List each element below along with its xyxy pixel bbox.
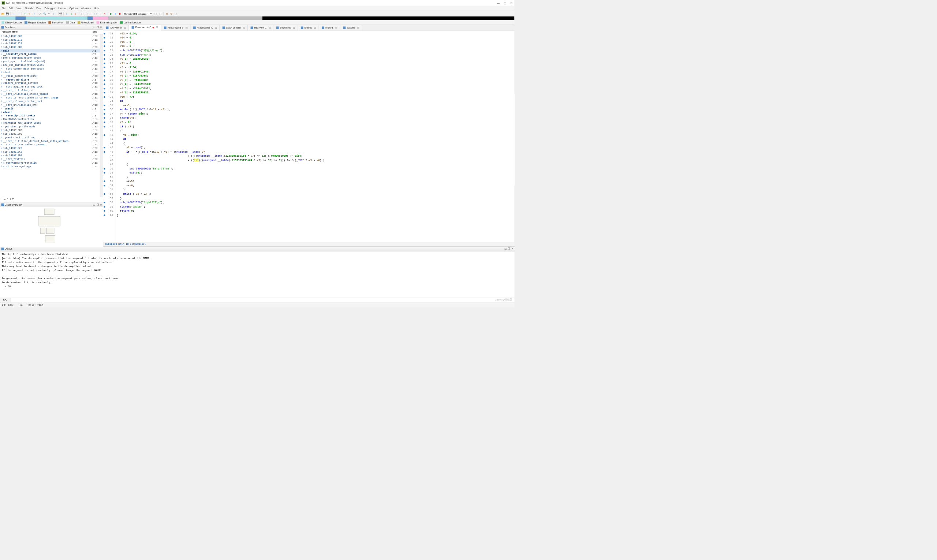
combo-icon[interactable]: A▾ [58,12,62,15]
graph-overview[interactable] [0,207,103,246]
tab-exports[interactable]: Exports⊠ [340,25,362,31]
function-row[interactable]: f__scrt_release_startup_lock.tex [0,100,103,103]
code-body[interactable]: v12 = 0i64; v14 = 0; v15 = 0; v16 = 0; s… [115,31,514,242]
function-row[interactable]: f__scrt_is_user_matherr_present.tex [0,143,103,146]
menu-jump[interactable]: Jump [16,7,22,10]
run-icon[interactable]: ▶ [109,12,113,15]
function-row[interactable]: fsub_140001020.tex [0,42,103,45]
panel-restore-icon[interactable]: ❐ [97,26,99,29]
close-button[interactable]: ✕ [510,2,513,5]
tab-pseudocode-b[interactable]: Pseudocode-B⊠ [161,25,190,31]
panel-close-icon[interactable]: ✕ [511,248,513,250]
panel-restore-icon[interactable]: ❐ [97,203,99,206]
function-row[interactable]: f__raise_securityfailure.tex [0,74,103,78]
function-row[interactable]: fcapture_previous_context.tex [0,81,103,85]
maximize-button[interactable]: ▢ [504,2,506,5]
debugger-combo[interactable]: Remote GDB debugger▾ [123,12,152,15]
tab-stack-of-main[interactable]: Stack of main⊠ [220,25,248,31]
tool-icon[interactable]: ⬚ [158,12,162,15]
binary-icon[interactable]: 01 [48,12,51,15]
line-gutter[interactable]: 1819202122232425262728293031323334353637… [103,31,115,242]
search-icon[interactable]: 🔍 [43,12,46,15]
menu-search[interactable]: Search [25,7,33,10]
tool-icon[interactable]: ⬚ [174,12,177,15]
text-icon[interactable]: A [39,12,42,15]
cancel-icon[interactable]: ✕ [103,12,106,15]
function-row[interactable]: fsub_140001000.tex [0,34,103,38]
idc-tab[interactable]: IDC [0,298,11,303]
function-row[interactable]: f__scrt_is_nonwritable_in_current_image.… [0,96,103,100]
menu-file[interactable]: File [2,7,6,10]
function-row[interactable]: fsub_1400019C0.tex [0,146,103,150]
function-row[interactable]: f__scrt_fastfail.tex [0,157,103,161]
function-row[interactable]: f__scrt_initialize_crt.tex [0,89,103,92]
panel-float-icon[interactable]: ▭ [93,203,95,206]
col-seg[interactable]: Seg [91,30,103,34]
scrollbar[interactable] [100,34,103,197]
save-icon[interactable]: 💾 [6,12,9,15]
minimize-button[interactable]: — [497,2,500,5]
panel-close-icon[interactable]: ✕ [100,26,102,29]
tool-icon[interactable]: ⚙ [165,12,168,15]
function-row[interactable]: f__scrt_common_main_seh(void).tex [0,67,103,71]
function-row[interactable]: fj_UserMathErrorFunction.tex [0,161,103,165]
menu-debugger[interactable]: Debugger [44,7,55,10]
tab-ida-view-a[interactable]: IDA View-A⊠ [103,25,129,31]
function-row[interactable]: fatexit.te [0,110,103,114]
tab-pseudocode-a[interactable]: Pseudocode-A⊠ [190,25,220,31]
menu-windows[interactable]: Windows [81,7,91,10]
function-row[interactable]: fcharNode::raw_length(void).tex [0,121,103,125]
panel-restore-icon[interactable]: ❐ [508,248,510,250]
tool-icon[interactable]: ⬚ [98,12,102,15]
tool-icon[interactable]: ⎆ [28,12,31,15]
tool-icon[interactable]: ⬚ [154,12,157,15]
function-row[interactable]: f_get_startup_file_mode.tex [0,125,103,128]
function-row[interactable]: f__scrt_initialize_onexit_tables.tex [0,92,103,96]
function-row[interactable]: f_onexit.te [0,107,103,111]
tool-icon[interactable]: ⬚ [32,12,35,15]
col-name[interactable]: Function name [0,30,91,34]
function-row[interactable]: f__security_init_cookie.te [0,114,103,117]
function-row[interactable]: f__scrt_uninitialize_crt.tex [0,103,103,107]
tool-icon[interactable]: ⬚ [85,12,89,15]
function-row[interactable]: fscrt is managed app.tex [0,165,103,168]
function-row[interactable]: f__report_gsfailure.te [0,78,103,81]
menu-edit[interactable]: Edit [9,7,13,10]
tab-pseudocode-c[interactable]: Pseudocode-C⊠ [129,25,161,31]
code-view[interactable]: 1819202122232425262728293031323334353637… [103,31,514,242]
tab-hex-view-1[interactable]: Hex View-1⊠ [248,25,274,31]
function-row[interactable]: fsub_1400019D0.tex [0,154,103,157]
menu-options[interactable]: Options [69,7,78,10]
panel-float-icon[interactable]: ▭ [505,248,506,250]
function-row[interactable]: fpre_c_initialization(void).tex [0,56,103,60]
back-icon[interactable]: ← [12,12,15,15]
menu-view[interactable]: View [36,7,41,10]
tool-icon[interactable]: ⎆ [23,12,27,15]
nav-band[interactable] [0,17,514,20]
tab-structures[interactable]: Structures⊠ [274,25,298,31]
forward-icon[interactable]: → [17,12,20,15]
dot-green-icon[interactable]: ● [70,12,73,15]
tool-icon[interactable]: ⬚ [94,12,97,15]
menu-lumina[interactable]: Lumina [58,7,66,10]
function-row[interactable]: fmain.te [0,49,103,52]
function-row[interactable]: fsub_140001010.tex [0,38,103,42]
panel-float-icon[interactable]: ▭ [93,26,95,29]
function-row[interactable]: fsub_140001990.tex [0,132,103,136]
function-row[interactable]: f__scrt_initialize_default_local_stdio_o… [0,139,103,143]
function-row[interactable]: f__scrt_acquire_startup_lock.tex [0,85,103,89]
function-row[interactable]: fstart.tex [0,71,103,74]
function-row[interactable]: fsub_140001980.tex [0,128,103,132]
panel-close-icon[interactable]: ✕ [100,203,102,206]
dot-blue-icon[interactable]: ● [65,12,68,15]
function-row[interactable]: fUserMathErrorFunction.tex [0,117,103,121]
tool-icon[interactable]: ⚙ [169,12,173,15]
tool-icon[interactable]: ⬚ [81,12,84,15]
stop-icon[interactable]: ⏹ [118,12,122,15]
idc-input[interactable] [11,298,514,303]
functions-columns[interactable]: Function name Seg [0,30,103,34]
function-row[interactable]: fpost_pgo_initialization(void).tex [0,60,103,63]
pause-icon[interactable]: ⏸ [114,12,117,15]
functions-list[interactable]: fsub_140001000.texfsub_140001010.texfsub… [0,34,103,197]
function-row[interactable]: f__security_check_cookie.te [0,52,103,56]
